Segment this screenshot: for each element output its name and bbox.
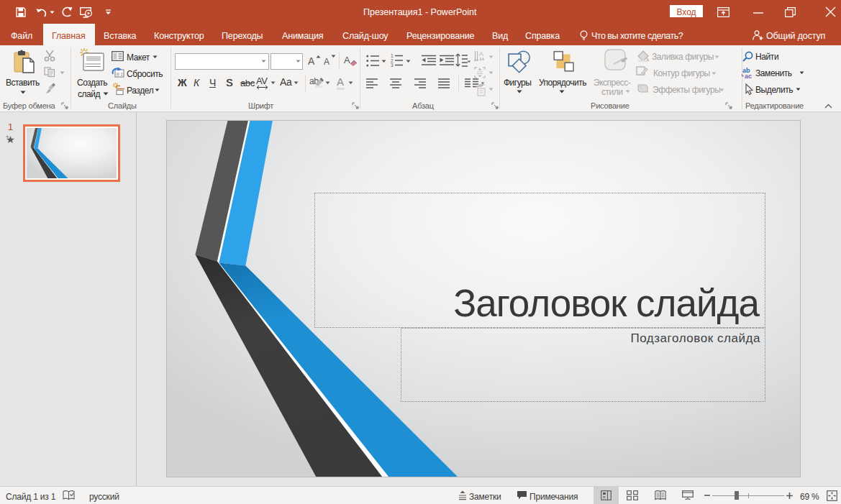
svg-text:А: А [479, 50, 483, 58]
svg-text:3: 3 [391, 63, 394, 68]
svg-text:ac: ac [745, 73, 752, 80]
